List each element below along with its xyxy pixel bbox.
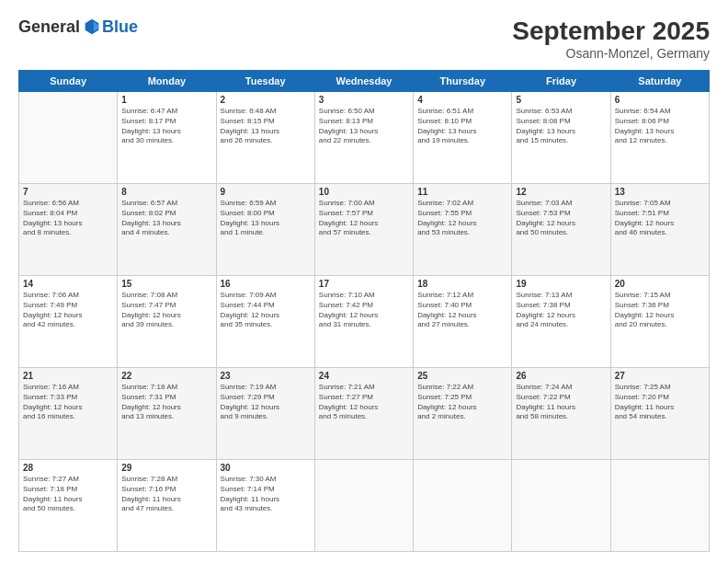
day-info: Sunrise: 7:28 AM Sunset: 7:16 PM Dayligh… xyxy=(121,475,211,514)
table-row xyxy=(314,460,413,552)
day-number: 17 xyxy=(319,279,409,289)
day-info: Sunrise: 6:54 AM Sunset: 8:06 PM Dayligh… xyxy=(615,107,705,146)
day-info: Sunrise: 6:51 AM Sunset: 8:10 PM Dayligh… xyxy=(417,107,507,146)
table-row: 2Sunrise: 6:48 AM Sunset: 8:15 PM Daylig… xyxy=(216,92,314,184)
day-info: Sunrise: 6:50 AM Sunset: 8:13 PM Dayligh… xyxy=(319,107,409,146)
table-row: 6Sunrise: 6:54 AM Sunset: 8:06 PM Daylig… xyxy=(610,92,709,184)
calendar-week-row: 28Sunrise: 7:27 AM Sunset: 7:18 PM Dayli… xyxy=(19,460,710,552)
col-friday: Friday xyxy=(512,71,610,92)
table-row: 4Sunrise: 6:51 AM Sunset: 8:10 PM Daylig… xyxy=(414,92,512,184)
day-number: 23 xyxy=(221,371,311,381)
page: General Blue September 2025 Osann-Monzel… xyxy=(0,0,728,563)
table-row xyxy=(19,92,118,184)
day-number: 4 xyxy=(417,95,507,105)
day-number: 21 xyxy=(23,371,113,381)
col-wednesday: Wednesday xyxy=(314,71,413,92)
day-number: 14 xyxy=(23,279,113,289)
day-info: Sunrise: 6:48 AM Sunset: 8:15 PM Dayligh… xyxy=(221,107,311,146)
table-row: 19Sunrise: 7:13 AM Sunset: 7:38 PM Dayli… xyxy=(512,276,610,368)
title-block: September 2025 Osann-Monzel, Germany xyxy=(512,17,710,61)
day-info: Sunrise: 7:09 AM Sunset: 7:44 PM Dayligh… xyxy=(221,291,311,330)
calendar-week-row: 14Sunrise: 7:06 AM Sunset: 7:49 PM Dayli… xyxy=(19,276,710,368)
day-info: Sunrise: 7:22 AM Sunset: 7:25 PM Dayligh… xyxy=(417,383,507,422)
calendar-header-row: Sunday Monday Tuesday Wednesday Thursday… xyxy=(19,71,710,92)
day-info: Sunrise: 7:27 AM Sunset: 7:18 PM Dayligh… xyxy=(23,475,113,514)
table-row: 8Sunrise: 6:57 AM Sunset: 8:02 PM Daylig… xyxy=(118,184,216,276)
table-row: 25Sunrise: 7:22 AM Sunset: 7:25 PM Dayli… xyxy=(414,368,512,460)
day-info: Sunrise: 6:53 AM Sunset: 8:08 PM Dayligh… xyxy=(516,107,606,146)
day-number: 9 xyxy=(221,187,311,197)
day-info: Sunrise: 6:57 AM Sunset: 8:02 PM Dayligh… xyxy=(121,199,211,238)
day-number: 28 xyxy=(23,463,113,473)
day-number: 2 xyxy=(221,95,311,105)
day-number: 1 xyxy=(121,95,211,105)
table-row: 5Sunrise: 6:53 AM Sunset: 8:08 PM Daylig… xyxy=(512,92,610,184)
day-number: 30 xyxy=(221,463,311,473)
table-row: 13Sunrise: 7:05 AM Sunset: 7:51 PM Dayli… xyxy=(610,184,709,276)
table-row: 21Sunrise: 7:16 AM Sunset: 7:33 PM Dayli… xyxy=(19,368,118,460)
day-info: Sunrise: 7:10 AM Sunset: 7:42 PM Dayligh… xyxy=(319,291,409,330)
month-title: September 2025 xyxy=(512,17,710,46)
table-row xyxy=(414,460,512,552)
location: Osann-Monzel, Germany xyxy=(512,46,710,61)
table-row: 3Sunrise: 6:50 AM Sunset: 8:13 PM Daylig… xyxy=(314,92,413,184)
calendar-week-row: 1Sunrise: 6:47 AM Sunset: 8:17 PM Daylig… xyxy=(19,92,710,184)
day-number: 18 xyxy=(417,279,507,289)
day-number: 22 xyxy=(121,371,211,381)
day-number: 12 xyxy=(516,187,606,197)
col-sunday: Sunday xyxy=(19,71,118,92)
table-row: 28Sunrise: 7:27 AM Sunset: 7:18 PM Dayli… xyxy=(19,460,118,552)
day-number: 19 xyxy=(516,279,606,289)
table-row: 11Sunrise: 7:02 AM Sunset: 7:55 PM Dayli… xyxy=(414,184,512,276)
day-number: 16 xyxy=(221,279,311,289)
logo: General Blue xyxy=(18,17,138,37)
day-info: Sunrise: 7:19 AM Sunset: 7:29 PM Dayligh… xyxy=(221,383,311,422)
table-row: 26Sunrise: 7:24 AM Sunset: 7:22 PM Dayli… xyxy=(512,368,610,460)
table-row: 23Sunrise: 7:19 AM Sunset: 7:29 PM Dayli… xyxy=(216,368,314,460)
table-row: 27Sunrise: 7:25 AM Sunset: 7:20 PM Dayli… xyxy=(610,368,709,460)
day-info: Sunrise: 6:56 AM Sunset: 8:04 PM Dayligh… xyxy=(23,199,113,238)
table-row: 7Sunrise: 6:56 AM Sunset: 8:04 PM Daylig… xyxy=(19,184,118,276)
logo-icon xyxy=(82,17,102,37)
day-info: Sunrise: 7:03 AM Sunset: 7:53 PM Dayligh… xyxy=(516,199,606,238)
day-number: 5 xyxy=(516,95,606,105)
day-number: 27 xyxy=(615,371,705,381)
day-number: 24 xyxy=(319,371,409,381)
day-number: 29 xyxy=(121,463,211,473)
day-number: 8 xyxy=(121,187,211,197)
day-info: Sunrise: 7:08 AM Sunset: 7:47 PM Dayligh… xyxy=(121,291,211,330)
day-number: 13 xyxy=(615,187,705,197)
calendar-week-row: 7Sunrise: 6:56 AM Sunset: 8:04 PM Daylig… xyxy=(19,184,710,276)
day-info: Sunrise: 7:02 AM Sunset: 7:55 PM Dayligh… xyxy=(417,199,507,238)
day-number: 10 xyxy=(319,187,409,197)
day-info: Sunrise: 7:12 AM Sunset: 7:40 PM Dayligh… xyxy=(417,291,507,330)
table-row: 22Sunrise: 7:18 AM Sunset: 7:31 PM Dayli… xyxy=(118,368,216,460)
day-info: Sunrise: 7:05 AM Sunset: 7:51 PM Dayligh… xyxy=(615,199,705,238)
day-number: 3 xyxy=(319,95,409,105)
table-row: 24Sunrise: 7:21 AM Sunset: 7:27 PM Dayli… xyxy=(314,368,413,460)
day-info: Sunrise: 7:21 AM Sunset: 7:27 PM Dayligh… xyxy=(319,383,409,422)
day-number: 11 xyxy=(417,187,507,197)
table-row: 18Sunrise: 7:12 AM Sunset: 7:40 PM Dayli… xyxy=(414,276,512,368)
day-number: 6 xyxy=(615,95,705,105)
header: General Blue September 2025 Osann-Monzel… xyxy=(18,17,710,61)
col-saturday: Saturday xyxy=(610,71,709,92)
table-row xyxy=(610,460,709,552)
day-number: 20 xyxy=(615,279,705,289)
table-row: 30Sunrise: 7:30 AM Sunset: 7:14 PM Dayli… xyxy=(216,460,314,552)
day-info: Sunrise: 6:59 AM Sunset: 8:00 PM Dayligh… xyxy=(221,199,311,238)
calendar-table: Sunday Monday Tuesday Wednesday Thursday… xyxy=(18,70,710,552)
day-info: Sunrise: 7:24 AM Sunset: 7:22 PM Dayligh… xyxy=(516,383,606,422)
day-number: 15 xyxy=(121,279,211,289)
logo-general-text: General xyxy=(18,17,80,37)
table-row xyxy=(512,460,610,552)
table-row: 15Sunrise: 7:08 AM Sunset: 7:47 PM Dayli… xyxy=(118,276,216,368)
logo-blue-text: Blue xyxy=(102,17,138,37)
day-info: Sunrise: 7:30 AM Sunset: 7:14 PM Dayligh… xyxy=(221,475,311,514)
col-monday: Monday xyxy=(118,71,216,92)
col-thursday: Thursday xyxy=(414,71,512,92)
day-info: Sunrise: 7:00 AM Sunset: 7:57 PM Dayligh… xyxy=(319,199,409,238)
day-info: Sunrise: 7:25 AM Sunset: 7:20 PM Dayligh… xyxy=(615,383,705,422)
table-row: 1Sunrise: 6:47 AM Sunset: 8:17 PM Daylig… xyxy=(118,92,216,184)
day-info: Sunrise: 6:47 AM Sunset: 8:17 PM Dayligh… xyxy=(121,107,211,146)
